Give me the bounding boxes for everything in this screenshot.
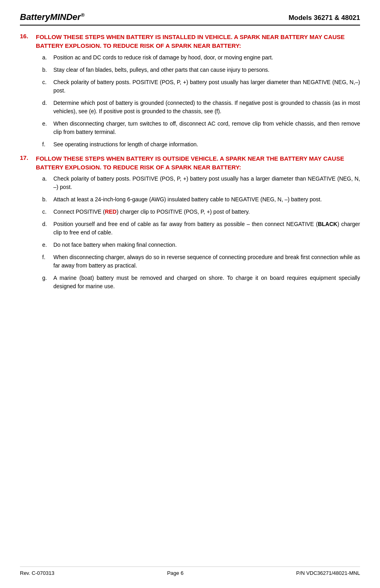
item-label: g.: [42, 274, 48, 291]
list-item: b.Attach at least a 24-inch-long 6-gauge…: [42, 195, 360, 204]
footer-partnum: P/N VDC36271/48021-MNL: [296, 570, 360, 576]
list-item: c.Connect POSITIVE (RED) charger clip to…: [42, 208, 360, 216]
item-label: d.: [42, 220, 48, 237]
section-17-list: a.Check polarity of battery posts. POSIT…: [42, 175, 360, 291]
list-item: d.Determine which post of battery is gro…: [42, 99, 360, 116]
section-16-header: 16.FOLLOW THESE STEPS WHEN BATTERY IS IN…: [20, 33, 360, 50]
item-text: See operating instructions for length of…: [53, 140, 360, 149]
item-text: Check polarity of battery posts. POSITIV…: [53, 78, 360, 95]
item-text: Do not face battery when making final co…: [53, 241, 360, 249]
item-label: a.: [42, 175, 48, 191]
list-item: a.Check polarity of battery posts. POSIT…: [42, 175, 360, 191]
item-text: Attach at least a 24-inch-long 6-gauge (…: [53, 195, 360, 204]
page-footer: Rev. C-070313 Page 6 P/N VDC36271/48021-…: [20, 566, 360, 576]
list-item: e.Do not face battery when making final …: [42, 241, 360, 249]
footer-page: Page 6: [167, 570, 183, 576]
list-item: e.When disconnecting charger, turn switc…: [42, 120, 360, 136]
list-item: c.Check polarity of battery posts. POSIT…: [42, 78, 360, 95]
item-label: f.: [42, 253, 48, 270]
list-item: f.See operating instructions for length …: [42, 140, 360, 149]
list-item: f.When disconnecting charger, always do …: [42, 253, 360, 270]
item-text: When disconnecting charger, always do so…: [53, 253, 360, 270]
item-label: c.: [42, 78, 48, 95]
item-text: Position ac and DC cords to reduce risk …: [53, 53, 360, 62]
section-16: 16.FOLLOW THESE STEPS WHEN BATTERY IS IN…: [20, 33, 360, 149]
item-text: Check polarity of battery posts. POSITIV…: [53, 175, 360, 191]
item-label: a.: [42, 53, 48, 62]
item-label: b.: [42, 195, 48, 204]
brand-name: BatteryMINDer®: [20, 12, 84, 22]
list-item: d.Position yourself and free end of cabl…: [42, 220, 360, 237]
item-text: Stay clear of fan blades, belts, pulleys…: [53, 66, 360, 74]
section-17-num: 17.: [20, 154, 31, 172]
page-header: BatteryMINDer® Models 36271 & 48021: [20, 12, 360, 26]
item-text: Determine which post of battery is groun…: [53, 99, 360, 116]
item-label: f.: [42, 140, 48, 149]
list-item: a.Position ac and DC cords to reduce ris…: [42, 53, 360, 62]
item-text: Position yourself and free end of cable …: [53, 220, 360, 237]
item-label: e.: [42, 120, 48, 136]
section-16-list: a.Position ac and DC cords to reduce ris…: [42, 53, 360, 149]
footer-revision: Rev. C-070313: [20, 570, 54, 576]
item-text: When disconnecting charger, turn switche…: [53, 120, 360, 136]
list-item: g.A marine (boat) battery must be remove…: [42, 274, 360, 291]
model-number: Models 36271 & 48021: [288, 14, 360, 22]
item-label: d.: [42, 99, 48, 116]
item-label: c.: [42, 208, 48, 216]
item-label: b.: [42, 66, 48, 74]
section-17-header: 17.FOLLOW THESE STEPS WHEN BATTERY IS OU…: [20, 154, 360, 172]
item-text: A marine (boat) battery must be removed …: [53, 274, 360, 291]
list-item: b.Stay clear of fan blades, belts, pulle…: [42, 66, 360, 74]
section-16-num: 16.: [20, 33, 31, 50]
section-16-title: FOLLOW THESE STEPS WHEN BATTERY IS INSTA…: [36, 33, 360, 50]
section-17-title: FOLLOW THESE STEPS WHEN BATTERY IS OUTSI…: [36, 154, 360, 172]
item-label: e.: [42, 241, 48, 249]
item-text: Connect POSITIVE (RED) charger clip to P…: [53, 208, 360, 216]
section-17: 17.FOLLOW THESE STEPS WHEN BATTERY IS OU…: [20, 154, 360, 291]
